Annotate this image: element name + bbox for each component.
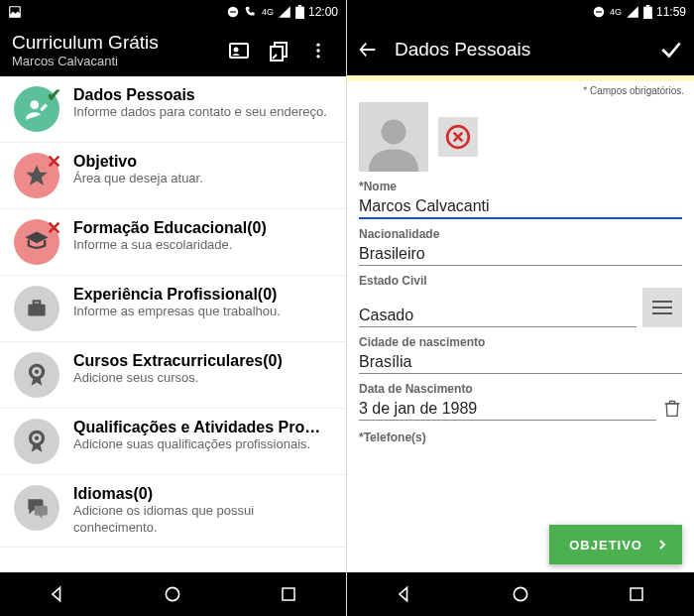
input-data[interactable] [359, 396, 656, 421]
signal-icon [278, 5, 291, 19]
item-title: Experiência Profissional(0) [73, 286, 332, 304]
overflow-menu-icon[interactable] [302, 35, 334, 66]
nav-home-icon[interactable] [509, 582, 532, 606]
label-data: Data de Nascimento [359, 382, 682, 396]
item-subtitle: Informe dados para contato e seu endereç… [73, 104, 332, 121]
label-cidade: Cidade de nascimento [359, 335, 682, 349]
briefcase-icon [14, 286, 59, 331]
nav-recent-icon[interactable] [277, 582, 300, 606]
form: *Nome Nacionalidade Estado Civil Cidade … [347, 96, 694, 572]
app-bar: Dados Pessoais [347, 24, 694, 75]
check-icon: ✔ [47, 84, 61, 106]
picture-icon [8, 5, 22, 19]
app-bar: Curriculum Grátis Marcos Calvacanti [0, 24, 346, 76]
svg-point-19 [167, 587, 179, 600]
next-objetivo-button[interactable]: OBJETIVO [549, 525, 682, 564]
item-subtitle: Informe as empresas que trabalhou. [73, 304, 332, 320]
item-title: Dados Pessoais [73, 86, 332, 104]
input-estado[interactable] [359, 303, 636, 327]
fab-label: OBJETIVO [569, 538, 642, 553]
nav-back-icon[interactable] [393, 582, 416, 606]
back-icon[interactable] [357, 39, 379, 61]
list-item-formacao[interactable]: ✕ Formação Educacional(0) Informe a sua … [0, 209, 346, 276]
label-nacionalidade: Nacionalidade [359, 227, 682, 241]
chat-icon [14, 485, 59, 531]
svg-point-25 [382, 120, 406, 145]
status-time: 12:00 [308, 5, 338, 19]
status-bar: 4G 12:00 [0, 0, 346, 24]
svg-point-27 [514, 587, 526, 600]
status-bar: 4G 11:59 [347, 0, 694, 24]
required-note: * Campos obrigatórios. [347, 81, 694, 96]
list-item-experiencia[interactable]: Experiência Profissional(0) Informe as e… [0, 276, 346, 342]
item-title: Qualificações e Atividades Pro… [73, 419, 332, 436]
badge-icon [14, 352, 59, 398]
phone-icon [244, 5, 258, 19]
star-icon: ✕ [14, 153, 59, 198]
network-label: 4G [262, 7, 274, 17]
svg-rect-8 [271, 47, 283, 61]
svg-point-9 [316, 43, 319, 46]
app-title: Curriculum Grátis [12, 32, 215, 54]
dnd-icon [226, 5, 240, 19]
list-item-qualificacoes[interactable]: Qualificações e Atividades Pro… Adicione… [0, 409, 346, 475]
item-title: Formação Educacional(0) [73, 219, 332, 237]
list-item-dados-pessoais[interactable]: ✔ Dados Pessoais Informe dados para cont… [0, 76, 346, 143]
input-nacionalidade[interactable] [359, 241, 682, 266]
input-nome[interactable] [359, 193, 682, 219]
network-label: 4G [610, 7, 622, 17]
phone-left: 4G 12:00 Curriculum Grátis Marcos Calvac… [0, 0, 347, 616]
signal-icon [626, 5, 639, 19]
list-item-idiomas[interactable]: Idiomas(0) Adicione os idiomas que possu… [0, 475, 346, 548]
svg-rect-3 [295, 7, 304, 19]
graduation-icon: ✕ [14, 219, 59, 265]
nav-bar [347, 572, 694, 616]
x-icon: ✕ [47, 151, 61, 173]
label-telefone: *Telefone(s) [359, 431, 682, 444]
item-subtitle: Informe a sua escolaridade. [73, 237, 332, 254]
contact-card-icon[interactable] [223, 35, 255, 66]
item-title: Idiomas(0) [73, 485, 332, 503]
svg-point-12 [31, 100, 40, 109]
svg-rect-14 [34, 301, 41, 304]
svg-rect-22 [596, 11, 602, 12]
label-estado: Estado Civil [359, 274, 682, 288]
avatar-placeholder[interactable] [359, 102, 428, 172]
delete-photo-button[interactable] [438, 117, 478, 157]
item-subtitle: Área que deseja atuar. [73, 171, 332, 187]
dnd-icon [592, 5, 606, 19]
list-item-cursos[interactable]: Cursos Extracurriculares(0) Adicione seu… [0, 342, 346, 409]
svg-point-11 [316, 55, 319, 58]
section-list: ✔ Dados Pessoais Informe dados para cont… [0, 76, 346, 572]
battery-icon [643, 5, 652, 19]
confirm-icon[interactable] [658, 37, 684, 62]
svg-rect-20 [283, 588, 294, 600]
input-cidade[interactable] [359, 349, 682, 374]
nav-bar [0, 572, 346, 616]
svg-rect-13 [28, 305, 45, 316]
svg-rect-4 [298, 5, 302, 7]
nav-recent-icon[interactable] [625, 582, 648, 606]
list-item-objetivo[interactable]: ✕ Objetivo Área que deseja atuar. [0, 143, 346, 209]
copy-edit-icon[interactable] [263, 35, 294, 66]
svg-point-18 [35, 436, 39, 440]
svg-point-6 [234, 47, 239, 52]
svg-rect-23 [643, 7, 652, 19]
label-nome: *Nome [359, 180, 682, 193]
item-title: Cursos Extracurriculares(0) [73, 352, 332, 370]
item-title: Objetivo [73, 153, 332, 171]
svg-point-16 [35, 370, 39, 374]
nav-back-icon[interactable] [46, 582, 69, 606]
status-time: 11:59 [656, 5, 686, 19]
screen-title: Dados Pessoais [395, 39, 642, 61]
badge-icon [14, 419, 59, 464]
battery-icon [295, 5, 304, 19]
svg-rect-28 [631, 588, 642, 600]
item-subtitle: Adicione seus cursos. [73, 370, 332, 387]
nav-home-icon[interactable] [161, 582, 184, 606]
phone-right: 4G 11:59 Dados Pessoais * Campos obrigat… [347, 0, 694, 616]
clear-date-icon[interactable] [662, 397, 682, 421]
item-subtitle: Adicione os idiomas que possui conhecime… [73, 503, 332, 537]
select-estado-button[interactable] [642, 288, 682, 327]
item-subtitle: Adicione suas qualificações profissionai… [73, 436, 332, 453]
